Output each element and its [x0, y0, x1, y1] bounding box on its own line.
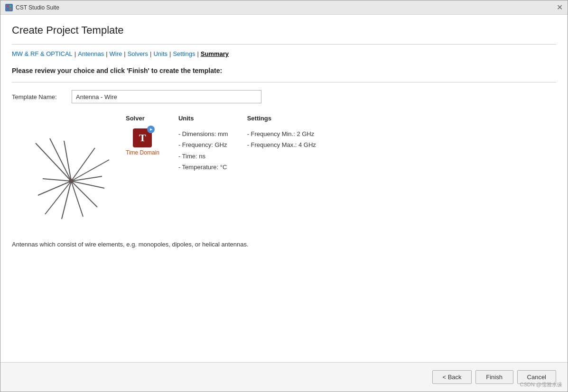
- solver-column: Solver T Time Domain: [126, 115, 159, 228]
- svg-rect-3: [9, 8, 11, 10]
- breadcrumb-item-3[interactable]: Solvers: [128, 50, 148, 57]
- finish-button[interactable]: Finish: [475, 370, 513, 384]
- section-separator: [12, 82, 556, 82]
- app-title: CST Studio Suite: [16, 4, 59, 11]
- summary-area: Solver T Time Domain Units: [12, 115, 556, 228]
- unit-item-3: - Temperature: °C: [178, 162, 228, 173]
- watermark: CSDN @儒雅永缘: [520, 381, 562, 388]
- solver-play-badge: [147, 126, 155, 133]
- section-title: Please review your choice and click 'Fin…: [12, 67, 556, 74]
- breadcrumb-item-0[interactable]: MW & RF & OPTICAL: [12, 50, 73, 57]
- svg-line-8: [71, 148, 95, 181]
- back-button[interactable]: < Back: [432, 370, 471, 384]
- setting-item-0: - Frequency Min.: 2 GHz: [247, 128, 316, 139]
- description-text: Antennas which consist of wire elements,…: [12, 240, 297, 250]
- solver-t-letter: T: [139, 132, 146, 144]
- summary-columns: Solver T Time Domain Units: [126, 115, 556, 228]
- setting-item-1: - Frequency Max.: 4 GHz: [247, 139, 316, 150]
- title-separator: [12, 44, 556, 45]
- settings-column-title: Settings: [247, 115, 316, 122]
- unit-item-0: - Dimensions: mm: [178, 128, 228, 139]
- units-column: Units - Dimensions: mm - Frequency: GHz …: [178, 115, 228, 228]
- unit-item-1: - Frequency: GHz: [178, 139, 228, 150]
- breadcrumb-sep-5: |: [197, 50, 198, 57]
- breadcrumb-item-6[interactable]: Summary: [201, 50, 229, 57]
- svg-line-16: [71, 181, 104, 188]
- svg-rect-0: [7, 5, 9, 7]
- template-name-row: Template Name:: [12, 90, 556, 103]
- page-title: Create Project Template: [12, 24, 556, 36]
- solver-label: Time Domain: [126, 149, 159, 156]
- units-column-title: Units: [178, 115, 228, 122]
- antenna-svg: [21, 115, 116, 228]
- solver-icon: T: [133, 128, 152, 147]
- solver-icon-wrap: T Time Domain: [126, 128, 159, 156]
- breadcrumb-item-5[interactable]: Settings: [173, 50, 195, 57]
- breadcrumb: MW & RF & OPTICAL | Antennas | Wire | So…: [12, 50, 556, 57]
- breadcrumb-item-1[interactable]: Antennas: [78, 50, 104, 57]
- app-icon: [5, 4, 13, 11]
- breadcrumb-sep-1: |: [106, 50, 107, 57]
- close-button[interactable]: ✕: [557, 4, 563, 11]
- settings-column: Settings - Frequency Min.: 2 GHz - Frequ…: [247, 115, 316, 228]
- units-list: - Dimensions: mm - Frequency: GHz - Time…: [178, 128, 228, 173]
- svg-rect-1: [9, 5, 11, 7]
- title-bar: CST Studio Suite ✕: [0, 0, 568, 15]
- footer: < Back Finish Cancel: [0, 362, 568, 392]
- svg-line-11: [38, 181, 71, 195]
- breadcrumb-sep-0: |: [74, 50, 76, 57]
- breadcrumb-sep-4: |: [169, 50, 171, 57]
- breadcrumb-sep-3: |: [150, 50, 151, 57]
- unit-item-2: - Time: ns: [178, 151, 228, 162]
- solver-column-title: Solver: [126, 115, 159, 122]
- breadcrumb-item-4[interactable]: Units: [153, 50, 168, 57]
- antenna-preview: [12, 115, 126, 228]
- breadcrumb-item-2[interactable]: Wire: [110, 50, 122, 57]
- breadcrumb-sep-2: |: [124, 50, 125, 57]
- settings-list: - Frequency Min.: 2 GHz - Frequency Max.…: [247, 128, 316, 151]
- template-name-input[interactable]: [72, 90, 261, 103]
- svg-line-10: [43, 179, 71, 181]
- template-name-label: Template Name:: [12, 93, 64, 100]
- svg-line-6: [50, 138, 71, 181]
- svg-rect-2: [7, 8, 9, 10]
